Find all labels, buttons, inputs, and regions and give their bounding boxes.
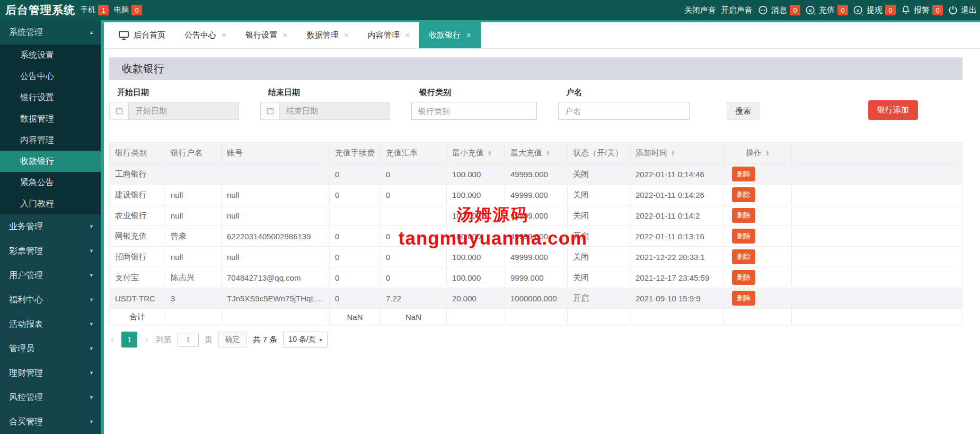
topbar-action-recharge[interactable]: ¥+充值0	[805, 5, 848, 16]
sidebar-submenu: 系统设置公告中心银行设置数据管理内容管理收款银行紧急公告入门教程	[0, 45, 101, 214]
tab-3[interactable]: 数据管理×	[297, 22, 358, 48]
filter-input-3[interactable]	[558, 102, 690, 120]
cell-5: 100.000	[447, 226, 505, 247]
close-icon[interactable]: ×	[466, 31, 471, 40]
column-header-6[interactable]: 最大充值▲▼	[505, 143, 568, 164]
svg-text:↓: ↓	[861, 11, 863, 15]
tab-0[interactable]: 后台首页	[109, 22, 175, 48]
topbar-action-mute-sound[interactable]: 关闭声音	[684, 5, 716, 15]
cell-7: 关闭	[568, 247, 630, 267]
sidebar-section-5[interactable]: 活动报表▼	[0, 312, 101, 336]
delete-button[interactable]: 删除	[732, 270, 755, 285]
cell-filler	[792, 288, 963, 309]
sidebar-section-label: 用户管理	[9, 270, 43, 281]
column-header-9[interactable]: 操作▲▼	[724, 143, 792, 164]
close-icon[interactable]: ×	[344, 31, 349, 40]
tab-label: 数据管理	[307, 30, 339, 40]
cell-actions: 删除修改	[724, 288, 792, 309]
page-title: 收款银行	[122, 62, 164, 76]
sidebar-section-9[interactable]: 合买管理▼	[0, 410, 101, 434]
delete-button[interactable]: 删除	[732, 291, 755, 306]
sidebar-item-label: 收款银行	[20, 156, 54, 167]
close-icon[interactable]: ×	[222, 31, 226, 40]
sidebar-item-0-2[interactable]: 银行设置	[0, 87, 101, 108]
sidebar-section-3[interactable]: 用户管理▼	[0, 263, 101, 288]
bell-icon	[900, 5, 911, 15]
delete-button[interactable]: 删除	[732, 208, 755, 223]
pagination: ‹ 1 › 到第 页 确定 共 7 条 10 条/页 ▾	[109, 332, 963, 348]
cell-0: 工商银行	[110, 164, 165, 185]
page-size-select[interactable]: 10 条/页 ▾	[283, 332, 327, 348]
sidebar-section-0[interactable]: 系统管理▲	[0, 20, 101, 45]
sidebar-section-7[interactable]: 理财管理▼	[0, 361, 101, 385]
sidebar-item-0-7[interactable]: 入门教程	[0, 193, 101, 214]
sidebar-item-0-5[interactable]: 收款银行	[0, 151, 101, 172]
topbar-action-logout[interactable]: 退出	[948, 5, 977, 15]
sidebar-item-0-6[interactable]: 紧急公告	[0, 172, 101, 193]
tab-label: 银行设置	[245, 30, 277, 40]
tab-4[interactable]: 内容管理×	[358, 22, 419, 48]
sort-icon[interactable]: ▲▼	[546, 150, 550, 157]
prev-page-icon[interactable]: ‹	[109, 334, 116, 345]
cell-actions: 删除修改	[724, 164, 792, 185]
column-header-label: 银行户名	[171, 148, 202, 157]
sidebar-section-1[interactable]: 业务管理▼	[0, 214, 101, 239]
sidebar-item-0-4[interactable]: 内容管理	[0, 129, 101, 151]
topbar-action-label: 消息	[771, 5, 787, 15]
sidebar-item-0-0[interactable]: 系统设置	[0, 45, 101, 66]
sort-icon[interactable]: ▲▼	[671, 150, 675, 157]
sidebar-item-0-1[interactable]: 公告中心	[0, 66, 101, 87]
cell-6: 49999.000	[505, 164, 568, 185]
date-input-1[interactable]: 结束日期	[260, 102, 390, 120]
sidebar-section-6[interactable]: 管理员▼	[0, 336, 101, 361]
cell-7: 关闭	[568, 185, 630, 205]
sidebar-section-8[interactable]: 风控管理▼	[0, 385, 101, 410]
tab-2[interactable]: 银行设置×	[236, 22, 297, 48]
topbar-action-alarm[interactable]: 报警0	[900, 5, 943, 15]
cell-1: 陈志兴	[165, 267, 222, 288]
calendar-icon	[261, 102, 280, 119]
close-icon[interactable]: ×	[405, 31, 410, 40]
add-bank-button[interactable]: 银行添加	[868, 100, 918, 120]
calendar-icon	[110, 102, 129, 119]
filter-input-2[interactable]	[411, 102, 537, 120]
sidebar-section-2[interactable]: 彩票管理▼	[0, 239, 101, 263]
confirm-page-button[interactable]: 确定	[218, 332, 247, 348]
summary-cell: NaN	[381, 309, 447, 325]
column-header-2: 账号	[222, 143, 330, 164]
close-icon[interactable]: ×	[282, 31, 287, 40]
date-input-0[interactable]: 开始日期	[109, 102, 239, 120]
delete-button[interactable]: 删除	[732, 249, 755, 264]
summary-cell	[222, 309, 330, 325]
sort-icon[interactable]: ▲▼	[765, 150, 770, 157]
column-header-8[interactable]: 添加时间▲▼	[630, 143, 724, 164]
delete-button[interactable]: 删除	[732, 187, 755, 202]
next-page-icon[interactable]: ›	[143, 334, 149, 345]
page-unit-label: 页	[205, 335, 213, 345]
sidebar-section-label: 福利中心	[9, 294, 43, 306]
tab-label: 公告中心	[184, 30, 216, 40]
tab-1[interactable]: 公告中心×	[175, 22, 236, 48]
power-icon	[948, 5, 958, 15]
column-header-5[interactable]: 最小充值▲▼	[447, 143, 505, 164]
tab-5[interactable]: 收款银行×	[419, 22, 480, 48]
table-row: 网银充值曾豪622203140500298613900100.00049999.…	[110, 226, 963, 247]
delete-button[interactable]: 删除	[732, 167, 755, 181]
topbar-action-withdraw[interactable]: ¥↓提现0	[853, 5, 896, 16]
sidebar-section-4[interactable]: 福利中心▼	[0, 288, 101, 312]
topbar-action-label: 充值	[819, 5, 835, 15]
summary-cell	[630, 309, 724, 325]
sort-icon[interactable]: ▲▼	[488, 150, 492, 157]
cell-8: 2022-01-11 0:14:2	[630, 205, 724, 226]
cell-6: 1000000.000	[505, 288, 568, 309]
search-button[interactable]: 搜索	[727, 102, 760, 120]
goto-page-input[interactable]	[178, 333, 199, 347]
current-page-button[interactable]: 1	[121, 332, 137, 348]
sidebar-item-0-3[interactable]: 数据管理	[0, 108, 101, 129]
topbar-action-enable-sound[interactable]: 开启声音	[721, 5, 753, 15]
delete-button[interactable]: 删除	[732, 229, 755, 244]
cell-6: 49999.000	[505, 226, 568, 247]
cell-0: USDT-TRC	[110, 288, 165, 309]
topbar-action-messages[interactable]: 消息0	[757, 5, 800, 16]
svg-text:¥: ¥	[808, 7, 812, 13]
